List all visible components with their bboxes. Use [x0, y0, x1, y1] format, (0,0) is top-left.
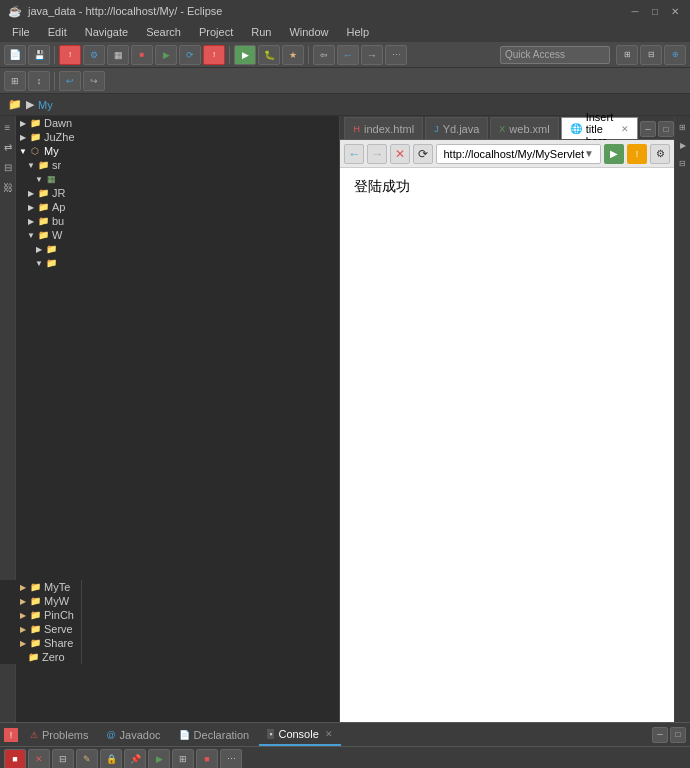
- right-icon2[interactable]: ▶: [676, 138, 690, 152]
- menu-run[interactable]: Run: [243, 24, 279, 40]
- tb-btn8[interactable]: ★: [282, 45, 304, 65]
- menu-navigate[interactable]: Navigate: [77, 24, 136, 40]
- breadcrumb-project[interactable]: My: [38, 99, 53, 111]
- tab-declaration[interactable]: 📄 Declaration: [171, 724, 258, 746]
- right-icon1[interactable]: ⊞: [676, 120, 690, 134]
- tb2-btn1[interactable]: ⊞: [4, 71, 26, 91]
- back-button[interactable]: ←: [337, 45, 359, 65]
- url-dropdown-icon[interactable]: ▼: [584, 148, 594, 159]
- warning-button[interactable]: !: [627, 144, 647, 164]
- bottom-max-button[interactable]: □: [670, 727, 686, 743]
- tree-item-zero[interactable]: 📁 Zero: [0, 650, 81, 664]
- tb2-btn2[interactable]: ↕: [28, 71, 50, 91]
- terminate-button[interactable]: ■: [4, 749, 26, 769]
- quick-access[interactable]: Quick Access: [500, 46, 610, 64]
- tb-sep3: [308, 46, 309, 64]
- pin-button[interactable]: 📌: [124, 749, 146, 769]
- tb-btn3[interactable]: ▦: [107, 45, 129, 65]
- menu-edit[interactable]: Edit: [40, 24, 75, 40]
- tree-item-ap[interactable]: ▶ 📁 Ap: [16, 200, 339, 214]
- tree-item-src[interactable]: ▼ 📁 sr: [16, 158, 339, 172]
- tree-item-pkg[interactable]: ▼ ▦: [16, 172, 339, 186]
- tab-problems[interactable]: ⚠ Problems: [22, 724, 96, 746]
- folder-icon: 📁: [28, 637, 42, 649]
- tb-btn2[interactable]: ⚙: [83, 45, 105, 65]
- tree-item-share[interactable]: ▶ 📁 Share: [0, 636, 81, 650]
- run-button[interactable]: ▶: [234, 45, 256, 65]
- console-btn8[interactable]: ■: [196, 749, 218, 769]
- tb-btn5[interactable]: ▶: [155, 45, 177, 65]
- tab-yd-java[interactable]: J Yd.java: [425, 117, 488, 139]
- pkg-explorer-icon[interactable]: ≡: [1, 120, 15, 134]
- tree-item-jr[interactable]: ▶ 📁 JR: [16, 186, 339, 200]
- console-close-icon[interactable]: ✕: [325, 729, 333, 739]
- forward-button[interactable]: →: [361, 45, 383, 65]
- tree-item-myw[interactable]: ▶ 📁 MyW: [0, 594, 81, 608]
- collapse-icon[interactable]: ⊟: [1, 160, 15, 174]
- stop-button[interactable]: ✕: [390, 144, 410, 164]
- tree-item-bu[interactable]: ▶ 📁 bu: [16, 214, 339, 228]
- remove-button[interactable]: ✕: [28, 749, 50, 769]
- console-btn6[interactable]: ▶: [148, 749, 170, 769]
- console-icon: ▪: [267, 729, 274, 739]
- menu-window[interactable]: Window: [281, 24, 336, 40]
- tree-item-w[interactable]: ▼ 📁 W: [16, 228, 339, 242]
- forward-nav-button[interactable]: →: [367, 144, 387, 164]
- tree-item-myte[interactable]: ▶ 📁 MyTe: [0, 580, 81, 594]
- tree-item-w-child2[interactable]: ▼ 📁: [16, 256, 339, 270]
- tb-btn10[interactable]: ⋯: [385, 45, 407, 65]
- right-icon3[interactable]: ⊟: [676, 156, 690, 170]
- refresh-button[interactable]: ⟳: [413, 144, 433, 164]
- url-bar[interactable]: http://localhost/My/MyServlet ▼: [436, 144, 601, 164]
- console-btn9[interactable]: ⋯: [220, 749, 242, 769]
- panel-max-button[interactable]: □: [658, 121, 674, 137]
- tb-btn6[interactable]: ⟳: [179, 45, 201, 65]
- folder-icon: 📁: [28, 623, 42, 635]
- bottom-panel: ! ⚠ Problems @ Javadoc 📄 Declaration ▪ C…: [0, 722, 690, 768]
- link-icon[interactable]: ⛓: [1, 180, 15, 194]
- minimize-button[interactable]: ─: [628, 4, 642, 18]
- tb2-btn3[interactable]: ↩: [59, 71, 81, 91]
- tb-btn4[interactable]: ■: [131, 45, 153, 65]
- tb2-btn4[interactable]: ↪: [83, 71, 105, 91]
- panel-min-button[interactable]: ─: [640, 121, 656, 137]
- menu-project[interactable]: Project: [191, 24, 241, 40]
- tb-btn1[interactable]: !: [59, 45, 81, 65]
- tree-item-pinch[interactable]: ▶ 📁 PinCh: [0, 608, 81, 622]
- save-button[interactable]: 💾: [28, 45, 50, 65]
- tb-persp3[interactable]: ⊕: [664, 45, 686, 65]
- debug-button[interactable]: 🐛: [258, 45, 280, 65]
- tb-btn7[interactable]: !: [203, 45, 225, 65]
- console-btn4[interactable]: ✎: [76, 749, 98, 769]
- menu-file[interactable]: File: [4, 24, 38, 40]
- tree-item-serve[interactable]: ▶ 📁 Serve: [0, 622, 81, 636]
- tree-item-w-child1[interactable]: ▶ 📁: [16, 242, 339, 256]
- tab-close-icon[interactable]: ✕: [621, 124, 629, 134]
- settings-button[interactable]: ⚙: [650, 144, 670, 164]
- menu-help[interactable]: Help: [339, 24, 378, 40]
- menu-search[interactable]: Search: [138, 24, 189, 40]
- go-button[interactable]: ▶: [604, 144, 624, 164]
- tree-item-juzhe[interactable]: ▶ 📁 JuZhe: [16, 130, 339, 144]
- tree-item-dawn[interactable]: ▶ 📁 Dawn: [16, 116, 339, 130]
- bottom-min-button[interactable]: ─: [652, 727, 668, 743]
- tb-persp2[interactable]: ⊟: [640, 45, 662, 65]
- tab-console[interactable]: ▪ Console ✕: [259, 724, 341, 746]
- tab-browser[interactable]: 🌐 Insert title here ✕: [561, 117, 638, 139]
- new-button[interactable]: 📄: [4, 45, 26, 65]
- tab-javadoc[interactable]: @ Javadoc: [98, 724, 168, 746]
- tree-item-my[interactable]: ▼ ⬡ My: [16, 144, 339, 158]
- tab-index-html[interactable]: H index.html: [344, 117, 423, 139]
- maximize-button[interactable]: □: [648, 4, 662, 18]
- arrow-icon: ▶: [18, 118, 28, 128]
- console-btn7[interactable]: ⊞: [172, 749, 194, 769]
- console-btn3[interactable]: ⊟: [52, 749, 74, 769]
- tb-persp1[interactable]: ⊞: [616, 45, 638, 65]
- tab-web-xml[interactable]: X web.xml: [490, 117, 558, 139]
- close-button[interactable]: ✕: [668, 4, 682, 18]
- sync-icon[interactable]: ⇄: [1, 140, 15, 154]
- tb-btn9[interactable]: ⇦: [313, 45, 335, 65]
- app-icon: ☕: [8, 5, 22, 18]
- back-nav-button[interactable]: ←: [344, 144, 364, 164]
- console-btn5[interactable]: 🔒: [100, 749, 122, 769]
